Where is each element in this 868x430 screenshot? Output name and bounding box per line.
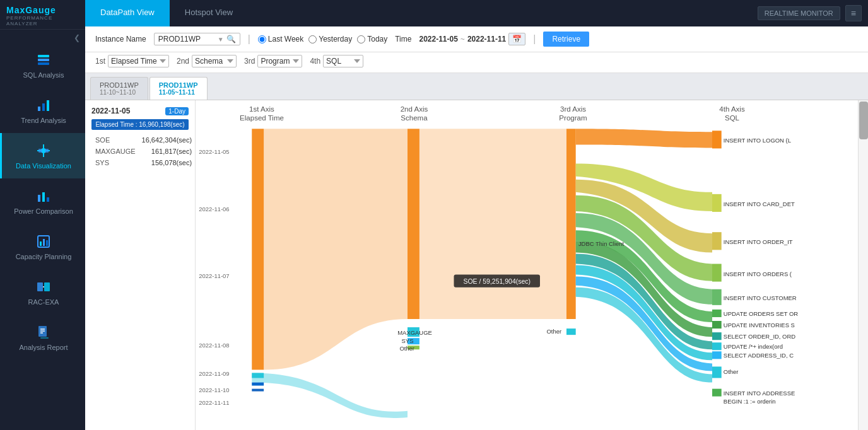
radio-last-week[interactable]: Last Week <box>258 35 303 44</box>
sidebar-item-sql-analysis[interactable]: SQL Analysis <box>0 42 85 88</box>
svg-text:Program: Program <box>559 114 587 122</box>
tab-hotspot-view[interactable]: Hotspot View <box>170 0 248 26</box>
svg-text:Other: Other <box>547 328 562 335</box>
radio-today[interactable]: Today <box>357 35 387 44</box>
svg-rect-43 <box>252 129 264 369</box>
svg-text:2022-11-05: 2022-11-05 <box>199 149 229 156</box>
sidebar-item-capacity-planning[interactable]: Capacity Planning <box>0 224 85 269</box>
filter-divider: | <box>248 33 250 45</box>
inner-tab-strip: PROD11WP 11-10~11-10 PROD11WP 11-05~11-1… <box>85 73 868 100</box>
app-name: MaxGauge <box>6 5 79 15</box>
filter-bar: Instance Name ▼ 🔍 | Last Week Yesterday … <box>85 26 868 52</box>
tab-bar: DataPath View Hotspot View <box>85 0 248 26</box>
pipe-separator: | <box>533 33 536 45</box>
info-elapsed: Elapsed Time : 16,960,198(sec) <box>91 119 189 130</box>
svg-text:2022-11-06: 2022-11-06 <box>199 206 229 212</box>
radio-yesterday[interactable]: Yesterday <box>308 35 352 44</box>
axis4-dropdown[interactable]: SQL Module Action <box>323 55 363 67</box>
svg-text:INSERT INTO LOGON (L: INSERT INTO LOGON (L <box>724 138 791 144</box>
date-from: 2022-11-05 <box>419 35 457 44</box>
instance-search-icon[interactable]: 🔍 <box>226 35 236 44</box>
axis3-dropdown[interactable]: Program Schema Module <box>257 55 302 67</box>
svg-rect-45 <box>566 129 576 319</box>
chart-scrollbar[interactable] <box>858 100 868 430</box>
sidebar-item-label: RAC-EXA <box>28 298 59 306</box>
svg-text:INSERT INTO ORDER_IT: INSERT INTO ORDER_IT <box>724 239 793 245</box>
axis4-select: 4th SQL Module Action <box>310 55 363 67</box>
sidebar: MaxGauge PERFORMANCE ANALYZER ❮ SQL Anal… <box>0 0 85 430</box>
svg-rect-46 <box>712 389 722 397</box>
axis1-dropdown[interactable]: Elapsed Time CPU Time Executions <box>108 55 169 67</box>
sidebar-collapse-btn[interactable]: ❮ <box>74 33 80 42</box>
header-tabs: DataPath View Hotspot View REALTIME MONI… <box>85 0 868 26</box>
info-schema: SOE <box>93 135 138 145</box>
inner-tab-prev[interactable]: PROD11WP 11-10~11-10 <box>90 77 148 100</box>
scrollbar-thumb[interactable] <box>859 102 868 139</box>
svg-rect-83 <box>252 383 264 386</box>
sidebar-item-data-visualization[interactable]: Data Visualization <box>0 133 85 178</box>
period-radio-group: Last Week Yesterday Today <box>258 35 387 44</box>
svg-rect-78 <box>566 328 576 335</box>
sidebar-item-label: SQL Analysis <box>23 71 64 79</box>
axis1-num: 1st <box>95 57 105 66</box>
axis3-select: 3rd Program Schema Module <box>244 55 302 67</box>
info-row-maxgauge: MAXGAUGE 161,817(sec) <box>93 146 194 156</box>
svg-rect-1 <box>38 59 49 61</box>
svg-rect-49 <box>712 194 722 212</box>
svg-rect-21 <box>44 282 50 291</box>
sidebar-item-power-comparison[interactable]: Power Comparison <box>0 178 85 224</box>
svg-rect-13 <box>38 195 40 202</box>
svg-text:MAXGAUGE: MAXGAUGE <box>397 330 432 336</box>
svg-rect-15 <box>47 197 49 202</box>
svg-rect-4 <box>42 103 45 111</box>
sidebar-item-trend-analysis[interactable]: Trend Analysis <box>0 88 85 133</box>
realtime-monitor-button[interactable]: REALTIME MONITOR <box>758 6 840 20</box>
svg-text:INSERT INTO CUSTOMER: INSERT INTO CUSTOMER <box>724 295 797 301</box>
trend-icon <box>35 96 52 114</box>
svg-text:UPDATE /*+ index(ord: UPDATE /*+ index(ord <box>724 344 783 350</box>
svg-text:INSERT INTO ADDRESSE: INSERT INTO ADDRESSE <box>724 390 795 397</box>
menu-icon-button[interactable]: ≡ <box>845 5 862 21</box>
info-badge: 1-Day <box>165 107 189 115</box>
svg-text:SQL: SQL <box>725 114 739 122</box>
svg-rect-14 <box>42 192 45 202</box>
inner-tab-cur[interactable]: PROD11WP 11-05~11-11 <box>150 77 208 100</box>
svg-text:3rd Axis: 3rd Axis <box>560 105 586 113</box>
info-schema: SYS <box>93 158 138 168</box>
axis2-dropdown[interactable]: Schema User Program <box>192 55 237 67</box>
sidebar-item-rac-exa[interactable]: RAC-EXA <box>0 269 85 315</box>
sidebar-item-label: Data Visualization <box>16 162 71 170</box>
tab-datapath-view[interactable]: DataPath View <box>85 0 170 26</box>
instance-dropdown-icon[interactable]: ▼ <box>218 36 224 43</box>
svg-text:Other: Other <box>724 369 739 376</box>
info-header: 2022-11-05 1-Day <box>91 107 189 115</box>
sql-icon <box>35 51 52 69</box>
chart-area[interactable]: 1st Axis Elapsed Time 2nd Axis Schema 3r… <box>196 100 858 430</box>
data-viz-icon <box>35 142 52 160</box>
axis4-num: 4th <box>310 57 320 66</box>
svg-rect-65 <box>712 351 722 359</box>
info-table: SOE 16,642,304(sec) MAXGAUGE 161,817(sec… <box>91 134 196 169</box>
svg-rect-24 <box>40 337 49 339</box>
svg-text:INSERT INTO ORDERS (: INSERT INTO ORDERS ( <box>724 271 792 277</box>
svg-rect-63 <box>712 342 722 350</box>
svg-text:2nd Axis: 2nd Axis <box>401 105 428 113</box>
svg-rect-20 <box>37 282 43 291</box>
svg-rect-11 <box>38 149 42 153</box>
viz-panel: 2022-11-05 1-Day Elapsed Time : 16,960,1… <box>85 100 868 430</box>
svg-text:Schema: Schema <box>401 114 428 122</box>
retrieve-button[interactable]: Retrieve <box>543 32 589 47</box>
sidebar-item-label: Power Comparison <box>14 207 73 215</box>
svg-rect-53 <box>712 264 722 281</box>
svg-text:2022-11-11: 2022-11-11 <box>199 400 229 406</box>
sidebar-item-analysis-report[interactable]: Analysis Report <box>0 315 85 360</box>
time-label: Time <box>395 35 411 44</box>
axis3-num: 3rd <box>244 57 255 66</box>
svg-rect-2 <box>38 62 49 65</box>
svg-text:BEGIN :1 := orderin: BEGIN :1 := orderin <box>724 398 776 405</box>
svg-rect-0 <box>38 55 49 57</box>
app-subtitle: PERFORMANCE ANALYZER <box>6 15 79 26</box>
axis2-select: 2nd Schema User Program <box>177 55 237 67</box>
instance-input[interactable] <box>158 35 215 44</box>
calendar-button[interactable]: 📅 <box>508 33 525 45</box>
